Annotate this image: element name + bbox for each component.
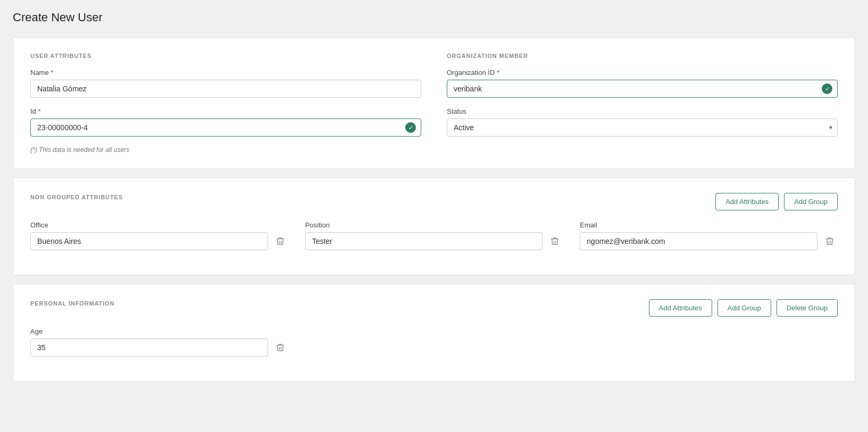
trash-icon xyxy=(276,236,285,246)
user-attributes-label: USER ATTRIBUTES xyxy=(30,53,421,59)
status-select[interactable]: Active Inactive Pending xyxy=(447,118,838,137)
age-input[interactable] xyxy=(30,338,268,357)
position-input[interactable] xyxy=(305,232,543,250)
org-id-field-group: Organization ID * ✓ xyxy=(447,69,838,98)
age-delete-button[interactable] xyxy=(272,338,288,357)
non-grouped-fields: Office Position xyxy=(30,221,838,260)
name-field-group: Name * xyxy=(30,69,421,98)
email-input[interactable] xyxy=(580,232,817,250)
id-label: Id * xyxy=(30,107,421,115)
office-input[interactable] xyxy=(30,232,268,250)
email-delete-button[interactable] xyxy=(822,232,838,250)
age-field-group: Age xyxy=(30,327,288,357)
trash-icon xyxy=(825,236,834,246)
required-note: (*) This data is needed for all users xyxy=(30,146,421,154)
name-input[interactable] xyxy=(30,80,421,98)
status-label: Status xyxy=(447,107,838,115)
position-field-with-delete xyxy=(305,232,563,250)
personal-delete-group-button[interactable]: Delete Group xyxy=(777,299,838,317)
position-label: Position xyxy=(305,221,563,229)
id-field-group: Id * ✓ xyxy=(30,107,421,137)
name-input-wrapper xyxy=(30,80,421,98)
age-input-wrapper xyxy=(30,338,268,357)
age-field-with-delete xyxy=(30,338,288,357)
trash-icon xyxy=(276,343,285,352)
non-grouped-btn-group: Add Attributes Add Group xyxy=(715,193,838,210)
email-input-wrapper xyxy=(580,232,817,250)
organization-member-section: ORGANIZATION MEMBER Organization ID * ✓ … xyxy=(447,53,838,154)
non-grouped-add-attributes-button[interactable]: Add Attributes xyxy=(715,193,779,210)
organization-member-label: ORGANIZATION MEMBER xyxy=(447,53,838,59)
org-id-label: Organization ID * xyxy=(447,69,838,77)
id-input-wrapper: ✓ xyxy=(30,118,421,137)
office-delete-button[interactable] xyxy=(272,232,288,250)
email-label: Email xyxy=(580,221,838,229)
id-input[interactable] xyxy=(30,118,421,137)
personal-information-label: PERSONAL INFORMATION xyxy=(30,300,114,307)
status-select-wrapper: Active Inactive Pending ▾ xyxy=(447,118,838,137)
position-field-group: Position xyxy=(305,221,563,250)
non-grouped-label: NON GROUPED ATTRIBUTES xyxy=(30,194,123,200)
personal-information-btn-group: Add Attributes Add Group Delete Group xyxy=(649,299,838,317)
non-grouped-attributes-card: NON GROUPED ATTRIBUTES Add Attributes Ad… xyxy=(13,177,855,275)
trash-icon xyxy=(550,236,560,246)
personal-information-header: PERSONAL INFORMATION Add Attributes Add … xyxy=(30,299,838,317)
office-field-group: Office xyxy=(30,221,288,250)
personal-add-group-button[interactable]: Add Group xyxy=(717,299,771,317)
org-id-input[interactable] xyxy=(447,80,838,98)
office-label: Office xyxy=(30,221,288,229)
non-grouped-header: NON GROUPED ATTRIBUTES Add Attributes Ad… xyxy=(30,193,838,210)
user-attributes-card: USER ATTRIBUTES Name * Id * ✓ xyxy=(13,37,855,169)
page-title: Create New User xyxy=(13,11,855,24)
personal-add-attributes-button[interactable]: Add Attributes xyxy=(649,299,712,317)
non-grouped-add-group-button[interactable]: Add Group xyxy=(784,193,838,210)
user-attributes-section: USER ATTRIBUTES Name * Id * ✓ xyxy=(30,53,421,154)
status-field-group: Status Active Inactive Pending ▾ xyxy=(447,107,838,137)
name-label: Name * xyxy=(30,69,421,77)
office-input-wrapper xyxy=(30,232,268,250)
personal-information-card: PERSONAL INFORMATION Add Attributes Add … xyxy=(13,284,855,382)
office-field-with-delete xyxy=(30,232,288,250)
org-id-input-wrapper: ✓ xyxy=(447,80,838,98)
email-field-with-delete xyxy=(580,232,838,250)
age-label: Age xyxy=(30,327,288,335)
personal-information-fields: Age xyxy=(30,327,838,366)
position-delete-button[interactable] xyxy=(547,232,563,250)
email-field-group: Email xyxy=(580,221,838,250)
position-input-wrapper xyxy=(305,232,543,250)
